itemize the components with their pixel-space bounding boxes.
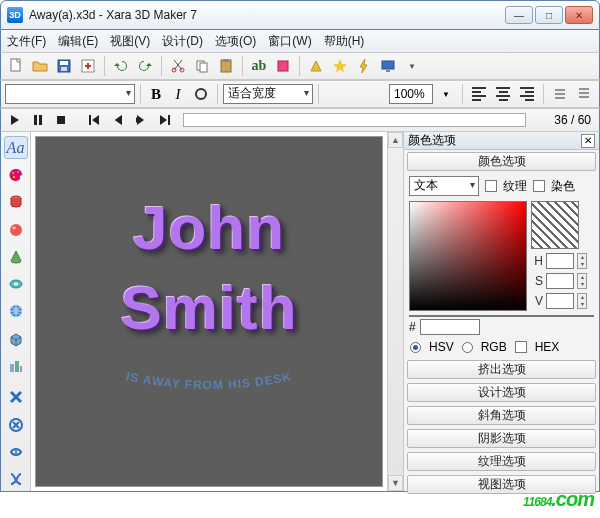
screen-icon[interactable] [377,55,399,77]
last-frame-button[interactable] [154,111,174,129]
first-frame-button[interactable] [85,111,105,129]
stop-button[interactable] [51,111,71,129]
svg-rect-8 [200,63,207,72]
export-icon[interactable] [77,55,99,77]
tool-a-icon[interactable] [272,55,294,77]
pattern-swatch[interactable] [531,201,579,249]
paste-icon[interactable] [215,55,237,77]
undo-icon[interactable] [110,55,132,77]
sphere-tool-icon[interactable] [4,218,28,241]
canvas-text-line2: Smith [120,272,297,343]
align-left-button[interactable] [468,83,490,105]
section-extrude-button[interactable]: 挤出选项 [407,360,596,379]
cube-tool-icon[interactable] [4,327,28,350]
align-center-button[interactable] [492,83,514,105]
text-style-tool[interactable]: Aa [4,136,28,159]
minimize-button[interactable]: — [505,6,533,24]
pause-button[interactable] [28,111,48,129]
outline-button[interactable] [190,83,212,105]
section-texture-button[interactable]: 纹理选项 [407,452,596,471]
prev-frame-button[interactable] [108,111,128,129]
buildings-tool-icon[interactable] [4,354,28,377]
close-button[interactable]: ✕ [565,6,593,24]
x-tool-3-icon[interactable] [4,440,28,463]
svg-rect-19 [168,115,170,125]
menu-edit[interactable]: 编辑(E) [58,33,98,50]
scroll-down-icon[interactable]: ▼ [388,475,403,491]
s-spinner[interactable]: ▴▾ [577,273,587,289]
v-input[interactable] [546,293,574,309]
x-tool-4-icon[interactable] [4,468,28,491]
cylinder-tool-icon[interactable] [4,191,28,214]
rgb-radio[interactable] [462,342,473,353]
s-input[interactable] [546,273,574,289]
hsv-radio[interactable] [410,342,421,353]
canvas[interactable]: John Smith IS AWAY FROM HIS DESK [35,136,383,487]
spacing-2-button[interactable] [573,83,595,105]
italic-button[interactable]: I [168,86,188,103]
h-input[interactable] [546,253,574,269]
save-icon[interactable] [53,55,75,77]
texture-checkbox[interactable] [485,180,497,192]
bold-button[interactable]: B [146,86,166,103]
align-right-button[interactable] [516,83,538,105]
next-frame-button[interactable] [131,111,151,129]
hex-input[interactable] [420,319,480,335]
hex-mode-label: HEX [535,340,560,354]
copy-icon[interactable] [191,55,213,77]
zoom-value[interactable]: 100% [389,84,433,104]
torus-tool-icon[interactable] [4,273,28,296]
globe-tool-icon[interactable] [4,300,28,323]
palette-tool-icon[interactable] [4,163,28,186]
hue-slider[interactable] [409,315,594,317]
menu-window[interactable]: 窗口(W) [268,33,311,50]
hex-checkbox[interactable] [515,341,527,353]
svg-rect-17 [57,116,65,124]
left-toolbar: Aa [1,132,31,491]
menu-view[interactable]: 视图(V) [110,33,150,50]
redo-icon[interactable] [134,55,156,77]
h-spinner[interactable]: ▴▾ [577,253,587,269]
v-spinner[interactable]: ▴▾ [577,293,587,309]
color-target-select[interactable]: 文本 [409,176,479,196]
menu-file[interactable]: 文件(F) [7,33,46,50]
svg-point-27 [13,283,18,286]
canvas-tagline: IS AWAY FROM HIS DESK [74,359,344,399]
section-bevel-button[interactable]: 斜角选项 [407,406,596,425]
zoom-dropdown-icon[interactable]: ▼ [435,83,457,105]
effect-icon[interactable] [329,55,351,77]
panel-close-icon[interactable]: ✕ [581,134,595,148]
x-tool-2-icon[interactable] [4,413,28,436]
color-gradient-picker[interactable] [409,201,527,311]
menu-design[interactable]: 设计(D) [162,33,203,50]
svg-rect-3 [61,67,67,71]
dropdown-icon[interactable]: ▼ [401,55,423,77]
svg-rect-30 [15,361,19,372]
animate-icon[interactable] [305,55,327,77]
dye-label: 染色 [551,178,575,195]
cut-icon[interactable] [167,55,189,77]
svg-rect-18 [89,115,91,125]
section-shadow-button[interactable]: 阴影选项 [407,429,596,448]
cone-tool-icon[interactable] [4,245,28,268]
scroll-up-icon[interactable]: ▲ [388,132,403,148]
spacing-1-button[interactable] [549,83,571,105]
x-tool-1-icon[interactable] [4,386,28,409]
dye-checkbox[interactable] [533,180,545,192]
svg-text:IS AWAY FROM HIS DESK: IS AWAY FROM HIS DESK [125,369,293,392]
frame-slider[interactable] [183,113,526,127]
new-icon[interactable] [5,55,27,77]
font-select[interactable] [5,84,135,104]
fit-select[interactable]: 适合宽度 [223,84,313,104]
maximize-button[interactable]: □ [535,6,563,24]
section-color-button[interactable]: 颜色选项 [407,152,596,171]
section-design-button[interactable]: 设计选项 [407,383,596,402]
text-tool-icon[interactable]: ab [248,55,270,77]
svg-rect-10 [223,59,229,62]
lightning-icon[interactable] [353,55,375,77]
menu-help[interactable]: 帮助(H) [324,33,365,50]
open-icon[interactable] [29,55,51,77]
canvas-scrollbar[interactable]: ▲ ▼ [387,132,403,491]
menu-options[interactable]: 选项(O) [215,33,256,50]
play-button[interactable] [5,111,25,129]
